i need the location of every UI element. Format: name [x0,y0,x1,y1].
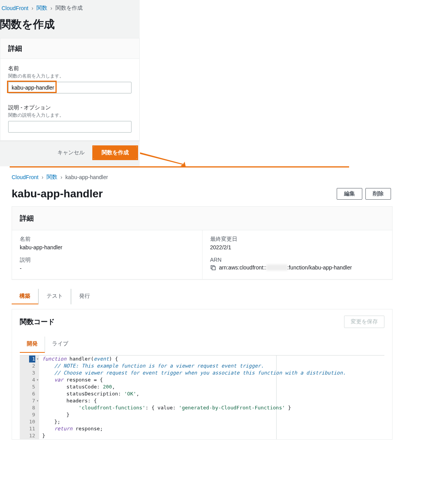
description-hint: 関数の説明を入力します。 [8,112,131,119]
breadcrumb-current: 関数を作成 [55,5,83,12]
create-function-page: CloudFront › 関数 › 関数を作成 関数を作成 詳細 名前 関数の名… [0,0,140,166]
highlight-marker: 関数を作成 [92,145,138,160]
cancel-button[interactable]: キャンセル [54,147,88,159]
name-hint: 関数の名前を入力します。 [8,73,131,79]
line-number: 5 [29,383,35,390]
line-gutter: 1 2 3 4 5 6 7 8 9 10 11 12 [20,356,39,439]
page-title: 関数を作成 [0,15,140,38]
details-panel-header: 詳細 [12,207,392,230]
breadcrumb: CloudFront › 関数 › kabu-app-handler [12,171,393,183]
line-number: 8 [29,404,35,411]
line-number: 9 [29,411,35,418]
line-number: 11 [29,425,35,432]
description-input[interactable] [8,121,131,133]
code-panel: 関数コード 変更を保存 開発 ライブ 1 2 3 4 5 6 7 8 9 10 … [12,309,393,440]
chevron-right-icon: › [31,5,33,11]
line-number: 12 [29,432,35,439]
arn-value: arn:aws:cloudfront:: :function/kabu-app-… [210,264,385,271]
code-subtabs: 開発 ライブ [12,334,392,353]
tab-test[interactable]: テスト [38,289,71,304]
subtab-dev[interactable]: 開発 [20,337,45,353]
arrow-icon [138,152,188,168]
chevron-right-icon: › [61,174,62,180]
breadcrumb: CloudFront › 関数 › 関数を作成 [0,0,140,15]
line-number: 3 [29,369,35,376]
line-number: 4 [29,376,35,383]
function-detail-page: CloudFront › 関数 › kabu-app-handler kabu-… [0,167,393,440]
line-number: 6 [29,390,35,397]
description-label: 説明 [20,257,194,264]
edit-button[interactable]: 編集 [337,188,362,200]
name-field: 名前 関数の名前を入力します。 [8,65,131,93]
breadcrumb-section[interactable]: 関数 [47,174,57,181]
details-panel: 詳細 名前 kabu-app-handler 説明 - 最終変更日 2022/2… [12,206,393,280]
redacted-account-id [266,264,287,271]
chevron-right-icon: › [50,5,52,11]
line-number: 1 [29,356,35,362]
description-label: 説明 - オプション [8,104,131,111]
description-field: 説明 - オプション 関数の説明を入力します。 [8,104,131,133]
arn-label: ARN [210,257,385,263]
details-panel: 詳細 名前 関数の名前を入力します。 説明 - オプション 関数の説明を入力しま… [0,38,140,141]
breadcrumb-root[interactable]: CloudFront [12,174,38,180]
delete-button[interactable]: 削除 [365,188,391,200]
arn-suffix: :function/kabu-app-handler [287,264,352,271]
tab-publish[interactable]: 発行 [71,289,98,304]
code-editor[interactable]: 1 2 3 4 5 6 7 8 9 10 11 12 function hand… [20,355,384,439]
updated-label: 最終変更日 [210,236,385,243]
chevron-right-icon: › [42,174,43,180]
line-number: 2 [29,362,35,369]
copy-icon[interactable] [210,265,216,271]
tab-build[interactable]: 構築 [12,289,38,304]
updated-value: 2022/2/1 [210,244,385,250]
page-title: kabu-app-handler [12,188,103,200]
breadcrumb-current: kabu-app-handler [66,174,108,180]
line-number: 7 [29,397,35,404]
main-tabs: 構築 テスト 発行 [12,289,393,304]
form-actions: キャンセル 関数を作成 [0,145,140,160]
details-panel-header: 詳細 [0,38,139,59]
arn-prefix: arn:aws:cloudfront:: [219,264,266,271]
name-input[interactable] [8,82,131,93]
name-label: 名前 [20,236,194,243]
code-right-panel [277,356,384,439]
breadcrumb-section[interactable]: 関数 [36,5,47,12]
name-label: 名前 [8,65,131,72]
code-panel-title: 関数コード [20,317,55,326]
title-row: kabu-app-handler 編集 削除 [12,183,393,206]
svg-rect-1 [212,266,215,269]
name-value: kabu-app-handler [20,244,194,250]
subtab-live[interactable]: ライブ [45,337,75,353]
connector-arrow [10,166,349,167]
code-content[interactable]: function handler(event) { // NOTE: This … [39,356,277,439]
line-number: 10 [29,418,35,425]
description-value: - [20,265,194,271]
create-function-button[interactable]: 関数を作成 [93,147,137,159]
breadcrumb-root[interactable]: CloudFront [2,5,28,11]
save-changes-button[interactable]: 変更を保存 [344,316,384,328]
